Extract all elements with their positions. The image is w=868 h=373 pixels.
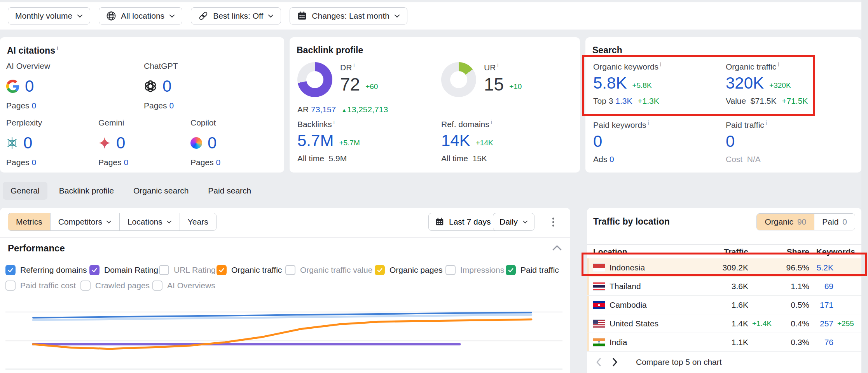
checkbox-organic-traffic-value[interactable]: Organic traffic value: [285, 265, 372, 275]
paid-keywords-value[interactable]: 0: [593, 133, 602, 150]
paid-keywords-label: Paid keywords: [593, 120, 646, 129]
table-row-united-states[interactable]: United States 1.4K +1.4K 0.4% 257 +255: [587, 314, 861, 333]
granularity-dropdown[interactable]: Daily: [493, 213, 534, 231]
segment-years[interactable]: Years: [180, 213, 216, 230]
pages-value[interactable]: 0: [169, 101, 174, 110]
openai-icon: [144, 80, 157, 93]
flag-india-icon: [593, 338, 605, 346]
toggle-organic[interactable]: Organic90: [757, 214, 814, 230]
keywords-link[interactable]: 257: [809, 319, 833, 328]
checkbox-referring-domains[interactable]: Referring domains: [5, 265, 87, 275]
locations-label: All locations: [121, 11, 164, 21]
info-icon[interactable]: i: [660, 61, 661, 68]
info-icon[interactable]: i: [353, 62, 355, 68]
info-icon[interactable]: i: [778, 61, 779, 68]
tab-paid-search[interactable]: Paid search: [200, 182, 259, 200]
keywords-link[interactable]: 171: [809, 300, 833, 310]
pages-value[interactable]: 0: [124, 158, 128, 167]
info-icon[interactable]: i: [334, 119, 335, 125]
scrollbar-track[interactable]: [861, 0, 868, 373]
ref-domains-value[interactable]: 14K: [441, 132, 470, 149]
ads-value[interactable]: 0: [610, 155, 614, 164]
info-icon[interactable]: i: [497, 62, 498, 68]
divider: [0, 237, 570, 238]
checkbox-crawled-pages[interactable]: Crawled pages: [80, 281, 150, 291]
checkbox-unchecked-icon: [159, 265, 169, 275]
paid-traffic-value[interactable]: 0: [726, 133, 735, 150]
segment-competitors[interactable]: Competitors: [51, 213, 120, 230]
table-row-indonesia[interactable]: Indonesia 309.2K 96.5% 5.2K: [587, 258, 861, 277]
ai-citations-title: AI citationsi: [7, 45, 58, 56]
tab-backlink-profile[interactable]: Backlink profile: [51, 182, 122, 200]
url-rating-block: URi 15+10: [441, 62, 522, 97]
pages-value[interactable]: 0: [216, 158, 220, 167]
toggle-paid[interactable]: Paid0: [814, 214, 855, 230]
compare-top5-button[interactable]: Compare top 5 on chart: [636, 357, 722, 367]
keywords-link[interactable]: 5.2K: [809, 263, 833, 272]
keywords-link[interactable]: 76: [809, 338, 833, 347]
prev-page-button[interactable]: [596, 357, 602, 367]
chevron-down-icon: [166, 220, 172, 224]
table-row-india[interactable]: India 1.1K 0.3% 76: [587, 333, 861, 352]
info-icon[interactable]: i: [57, 45, 58, 51]
checkbox-impressions[interactable]: Impressions: [445, 265, 504, 275]
pages-value[interactable]: 0: [31, 101, 36, 110]
checkbox-ai-overviews[interactable]: AI Overviews: [152, 281, 215, 291]
ar-value[interactable]: 73,157: [311, 105, 336, 114]
changes-label: Changes: Last month: [312, 11, 389, 21]
checkbox-url-rating[interactable]: URL Rating: [159, 265, 216, 275]
ur-value: 15: [484, 75, 504, 93]
chatgpt-metric: ChatGPT 0 Pages 0: [144, 61, 233, 110]
next-page-button[interactable]: [612, 357, 618, 367]
ai-overview-value[interactable]: 0: [25, 78, 34, 95]
traffic-value: 309.2K: [711, 263, 748, 272]
col-keywords: Keywords: [809, 247, 858, 256]
globe-icon: [106, 11, 116, 21]
traffic-by-location-panel: Traffic by location Organic90 Paid0 Loca…: [587, 208, 861, 373]
pages-value[interactable]: 0: [31, 158, 36, 167]
dr-label: DR: [340, 63, 352, 72]
flag-indonesia-icon: [593, 264, 605, 272]
best-links-dropdown[interactable]: Best links: Off: [191, 7, 281, 24]
dr-delta: +60: [365, 82, 378, 91]
table-row-cambodia[interactable]: Cambodia 1.6K 0.5% 171: [587, 296, 861, 314]
checkbox-domain-rating[interactable]: Domain Rating: [89, 265, 158, 275]
organic-traffic-value[interactable]: 320K: [726, 75, 764, 92]
cost-value: N/A: [747, 155, 761, 164]
checkbox-organic-pages[interactable]: Organic pages: [375, 265, 443, 275]
segment-locations[interactable]: Locations: [120, 213, 180, 230]
info-icon[interactable]: i: [648, 120, 649, 126]
date-range-label: Last 7 days: [449, 217, 491, 227]
checkbox-checked-icon: [5, 265, 16, 275]
gemini-value[interactable]: 0: [116, 134, 125, 152]
changes-dropdown[interactable]: Changes: Last month: [290, 7, 407, 24]
organic-keywords-value[interactable]: 5.8K: [593, 75, 627, 92]
keywords-link[interactable]: 69: [809, 282, 833, 291]
info-icon[interactable]: i: [766, 120, 767, 126]
table-row-thailand[interactable]: Thailand 3.6K 1.1% 69: [587, 277, 861, 296]
performance-line-chart: [0, 295, 570, 373]
ur-donut: [441, 62, 476, 97]
checkbox-paid-traffic[interactable]: Paid traffic: [506, 265, 559, 275]
tab-organic-search[interactable]: Organic search: [126, 182, 196, 200]
pages-label: Pages: [144, 101, 167, 110]
segment-metrics[interactable]: Metrics: [8, 213, 51, 230]
chatgpt-value[interactable]: 0: [162, 78, 171, 95]
kebab-menu-icon[interactable]: [547, 213, 559, 231]
locations-dropdown[interactable]: All locations: [99, 7, 182, 24]
paid-keywords-block: Paid keywordsi 0 Ads 0: [593, 120, 649, 164]
chevron-down-icon: [522, 220, 528, 224]
tab-general[interactable]: General: [3, 182, 47, 200]
info-icon[interactable]: i: [491, 119, 492, 125]
checkbox-paid-traffic-cost[interactable]: Paid traffic cost: [5, 281, 76, 291]
collapse-section-button[interactable]: [552, 245, 562, 253]
paid-traffic-label: Paid traffic: [726, 120, 764, 129]
monthly-volume-dropdown[interactable]: Monthly volume: [8, 7, 90, 24]
copilot-value[interactable]: 0: [208, 134, 217, 152]
backlinks-value[interactable]: 5.7M: [297, 132, 334, 149]
chevron-right-icon: [612, 357, 618, 367]
keywords-delta: +255: [833, 319, 858, 328]
top3-value[interactable]: 1.3K: [615, 96, 632, 105]
perplexity-value[interactable]: 0: [23, 134, 32, 152]
checkbox-organic-traffic[interactable]: Organic traffic: [217, 265, 282, 275]
